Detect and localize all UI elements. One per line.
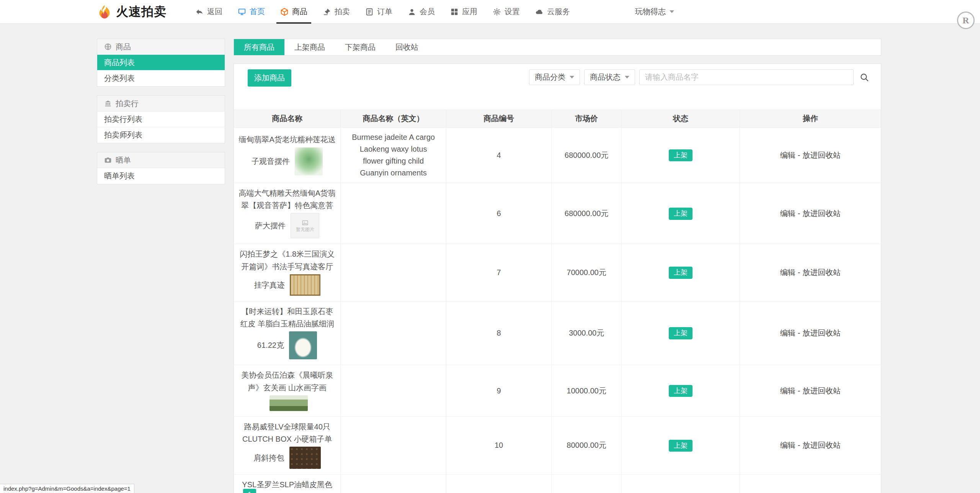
nav-item-back[interactable]: 返回 <box>188 0 230 24</box>
product-name: 美协会员伍泊森《晨曦听泉声》玄关画 山水画字画 <box>241 371 333 392</box>
recycle-link[interactable]: 放进回收站 <box>802 209 841 218</box>
tab-all-goods[interactable]: 所有商品 <box>234 39 284 55</box>
goods-table: 商品名称 商品名称（英文） 商品编号 市场价 状态 操作 缅甸翡翠A货老坑糯种莲… <box>234 110 881 493</box>
table-row: 高端大气精雕天然缅甸A货翡翠【观音菩萨】特色寓意菩萨大摆件 暂无图片 6 680… <box>234 183 881 244</box>
status-badge: 上架 <box>669 440 693 452</box>
recycle-link[interactable]: 放进回收站 <box>802 151 841 159</box>
status-filter-dropdown[interactable]: 商品状态 <box>584 69 635 85</box>
header-ops: 操作 <box>740 110 881 128</box>
edit-link[interactable]: 编辑 <box>780 387 795 395</box>
table-row: 美协会员伍泊森《晨曦听泉声》玄关画 山水画字画 9 10000.00元 上架 编… <box>234 365 881 416</box>
browser-status-bar: index.php?g=Admin&m=Goods&a=index&page=1 <box>0 484 134 493</box>
product-id: 9 <box>446 365 551 416</box>
product-name-en <box>341 475 446 493</box>
globe-icon <box>104 43 112 51</box>
category-filter-dropdown[interactable]: 商品分类 <box>529 69 580 85</box>
nav-item-settings[interactable]: 设置 <box>485 0 528 24</box>
sidebar-section-reviews: 晒单 晒单列表 <box>97 152 225 184</box>
tab-off-shelf-goods[interactable]: 下架商品 <box>335 39 385 55</box>
edit-link[interactable]: 编辑 <box>780 441 795 449</box>
table-row: 路易威登LV全球限量40只CLUTCH BOX 小硬箱子单肩斜挎包 10 800… <box>234 416 881 474</box>
nav-item-home[interactable]: 首页 <box>230 0 273 24</box>
nav-item-orders[interactable]: 订单 <box>358 0 400 24</box>
header-status: 状态 <box>621 110 740 128</box>
header-name-en: 商品名称（英文） <box>341 110 446 128</box>
product-thumbnail[interactable] <box>270 395 308 411</box>
nav-item-cloud[interactable]: 云服务 <box>528 0 578 24</box>
product-id: 7 <box>446 244 551 301</box>
product-thumbnail[interactable] <box>289 331 317 359</box>
product-name: 高端大气精雕天然缅甸A货翡翠【观音菩萨】特色寓意菩萨大摆件 <box>239 189 336 230</box>
product-id: 8 <box>446 301 551 365</box>
tab-recycle-bin[interactable]: 回收站 <box>385 39 428 55</box>
status-badge: 上架 <box>669 267 693 279</box>
bank-icon <box>104 100 112 107</box>
edit-link[interactable]: 编辑 <box>780 209 795 218</box>
sidebar-item-category-list[interactable]: 分类列表 <box>97 70 225 86</box>
account-dropdown[interactable]: 玩物得志 <box>635 7 674 17</box>
table-header-row: 商品名称 商品名称（英文） 商品编号 市场价 状态 操作 <box>234 110 881 128</box>
table-row: YSL圣罗兰SLP油蜡皮黑色NIKI链条包单肩斜挎包中号 11 8000.00元… <box>234 475 881 493</box>
apps-grid-icon <box>450 8 459 16</box>
status-badge: 上架 <box>669 385 693 397</box>
product-price: 10000.00元 <box>552 365 622 416</box>
pagination-current-page[interactable]: 1 <box>243 489 256 493</box>
sidebar-item-review-list[interactable]: 晒单列表 <box>97 168 225 184</box>
search-icon <box>859 72 869 82</box>
edit-link[interactable]: 编辑 <box>780 151 795 159</box>
no-image-icon <box>301 219 309 226</box>
table-row: 缅甸翡翠A货老坑糯种莲花送子观音摆件 Burmese jadeite A car… <box>234 128 881 183</box>
gear-icon <box>493 8 501 16</box>
account-name: 玩物得志 <box>635 7 666 17</box>
recycle-link[interactable]: 放进回收站 <box>802 329 841 337</box>
product-name-en <box>341 301 446 365</box>
recycle-link[interactable]: 放进回收站 <box>802 441 841 449</box>
status-badge: 上架 <box>669 149 693 162</box>
cloud-icon <box>535 8 544 16</box>
product-thumbnail[interactable]: 暂无图片 <box>291 213 319 238</box>
flame-icon <box>97 4 112 20</box>
sidebar-section-title: 晒单 <box>116 155 131 165</box>
product-thumbnail[interactable] <box>289 447 321 469</box>
product-thumbnail[interactable] <box>290 274 320 296</box>
order-list-icon <box>365 8 374 16</box>
sidebar-section-goods: 商品 商品列表 分类列表 <box>97 39 225 87</box>
search-input[interactable] <box>639 69 854 85</box>
nav-item-members[interactable]: 会员 <box>400 0 443 24</box>
sidebar-section-title: 商品 <box>116 42 131 52</box>
product-price: 680000.00元 <box>552 183 622 244</box>
sidebar-section-title: 拍卖行 <box>116 98 139 109</box>
product-thumbnail[interactable] <box>295 147 323 175</box>
sidebar-item-auctioneer-list[interactable]: 拍卖师列表 <box>97 127 225 143</box>
pagination: 1 <box>243 489 256 493</box>
chevron-down-icon <box>625 76 629 79</box>
product-name-en <box>341 365 446 416</box>
nav-item-goods[interactable]: 商品 <box>273 0 315 24</box>
app-logo[interactable]: 火速拍卖 <box>97 3 167 20</box>
main-menu: 返回 首页 商品 拍卖 订单 会员 应用 设置 <box>188 0 578 24</box>
search-button[interactable] <box>858 70 871 85</box>
product-id: 6 <box>446 183 551 244</box>
add-goods-button[interactable]: 添加商品 <box>248 69 291 87</box>
floating-widget[interactable]: R <box>957 11 975 29</box>
no-image-text: 暂无图片 <box>296 227 314 232</box>
header-price: 市场价 <box>552 110 622 128</box>
table-row: 【时来运转】和田玉原石枣红皮 羊脂白玉精品油腻细润 61.22克 8 3000.… <box>234 301 881 365</box>
home-icon <box>238 8 246 16</box>
product-id: 4 <box>446 128 551 183</box>
gavel-icon <box>323 8 331 16</box>
sidebar-item-auction-house-list[interactable]: 拍卖行列表 <box>97 111 225 127</box>
edit-link[interactable]: 编辑 <box>780 268 795 277</box>
product-price: 680000.00元 <box>552 128 622 183</box>
edit-link[interactable]: 编辑 <box>780 329 795 337</box>
status-badge: 上架 <box>669 208 693 220</box>
nav-item-apps[interactable]: 应用 <box>443 0 485 24</box>
nav-item-auction[interactable]: 拍卖 <box>315 0 358 24</box>
recycle-link[interactable]: 放进回收站 <box>802 268 841 277</box>
sidebar-item-goods-list[interactable]: 商品列表 <box>97 55 225 70</box>
toolbar: 添加商品 商品分类 商品状态 <box>234 64 881 110</box>
recycle-link[interactable]: 放进回收站 <box>802 387 841 395</box>
tab-on-shelf-goods[interactable]: 上架商品 <box>284 39 335 55</box>
status-badge: 上架 <box>669 327 693 339</box>
chevron-down-icon <box>670 10 674 13</box>
